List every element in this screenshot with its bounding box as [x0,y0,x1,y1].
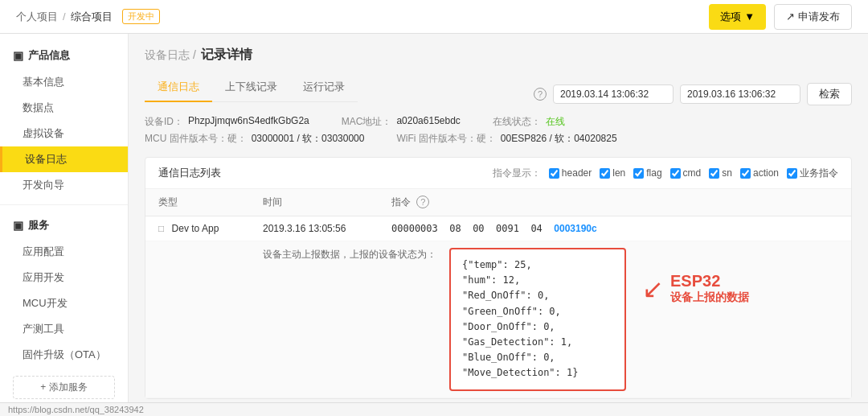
json-box: {"temp": 25, "hum": 12, "Red_OnOff": 0, … [449,248,626,391]
wifi-firmware-value: 00ESP826 / 软：04020825 [501,132,617,146]
online-status-label: 在线状态： [493,115,541,129]
annotation-container: ↙ ESP32 设备上报的数据 [642,272,749,305]
top-bar: 个人项目 / 综合项目 开发中 选项 ▼ ↗ 申请发布 [0,0,868,34]
device-info: 设备ID： PhzpJjmqw6nS4edfkGbG2a MAC地址： a020… [145,115,852,146]
row-time: 2019.3.16 13:05:56 [250,216,379,241]
breadcrumb-sep: / [63,10,66,23]
sidebar-item-app-dev[interactable]: 应用开发 [0,265,128,290]
device-id-value: PhzpJjmqw6nS4edfkGbG2a [188,115,309,129]
sidebar-item-app-config[interactable]: 应用配置 [0,239,128,265]
mcu-firmware-item: MCU 固件版本号：硬： 03000001 / 软：03030000 [145,132,364,146]
wifi-firmware-label: WiFi 固件版本号：硬： [396,132,495,146]
project-status-badge: 开发中 [122,9,160,24]
sidebar-item-data-points[interactable]: 数据点 [0,95,128,121]
cmd-help-icon[interactable]: ? [416,196,429,208]
date-from-input[interactable] [553,84,674,104]
col-cmd-header: 指令 ? [379,189,851,216]
annotation-subtitle: 设备上报的数据 [670,290,749,305]
filter-checkboxes: 指令显示： header len flag c [493,167,838,180]
tab-communication-log[interactable]: 通信日志 [145,73,212,102]
sub-row: 设备主动上报数据，上报的设备状态为： {"temp": 25, "hum": 1… [145,241,851,398]
row-cmd: 00000003 08 00 0091 04 0003190c [379,216,851,241]
sidebar-item-firmware-ota[interactable]: 固件升级（OTA） [0,342,128,368]
publish-icon: ↗ [786,10,795,23]
service-section-icon: ▣ [13,219,23,232]
json-line-blue: "Blue_OnOff": 0, [462,350,613,365]
date-to-input[interactable] [680,84,800,104]
device-info-row-1: 设备ID： PhzpJjmqw6nS4edfkGbG2a MAC地址： a020… [145,115,852,129]
page-current-title: 记录详情 [201,47,252,64]
col-time-header: 时间 [250,189,379,216]
device-id-item: 设备ID： PhzpJjmqw6nS4edfkGbG2a [145,115,309,129]
col-type-header: 类型 [145,189,250,216]
sidebar-item-virtual-device[interactable]: 虚拟设备 [0,121,128,146]
log-table-header: 类型 时间 指令 ? [145,189,851,216]
mac-label: MAC地址： [342,115,392,129]
log-table: 类型 时间 指令 ? □ Dev to App [145,189,851,398]
select-button[interactable]: 选项 ▼ [709,4,766,30]
log-section: 通信日志列表 指令显示： header len flag [145,157,852,399]
search-button[interactable]: 检索 [807,83,852,105]
device-info-row-2: MCU 固件版本号：硬： 03000001 / 软：03030000 WiFi … [145,132,852,146]
annotation-title: ESP32 [670,272,749,290]
sidebar-section-product: ▣ 产品信息 [0,42,128,69]
json-line-green: "Green_OnOff": 0, [462,304,613,319]
sidebar-item-mcu-dev[interactable]: MCU开发 [0,290,128,316]
product-section-icon: ▣ [13,49,23,62]
sidebar-item-device-log[interactable]: 设备日志 [0,146,128,172]
checkbox-flag[interactable]: flag [633,167,661,179]
top-actions: 选项 ▼ ↗ 申请发布 [709,4,852,30]
page-breadcrumb: 设备日志 / [145,48,196,63]
breadcrumb-item-personal[interactable]: 个人项目 [16,10,58,24]
online-status-value: 在线 [546,115,565,129]
help-icon[interactable]: ? [534,88,547,101]
cmd-hex: 00000003 08 00 0091 04 [391,223,554,234]
main-content: 设备日志 / 记录详情 通信日志 上下线记录 运行记录 ? 检索 设备ID： [129,34,868,416]
breadcrumb: 个人项目 / 综合项目 开发中 [16,9,160,24]
json-line-hum: "hum": 12, [462,273,613,288]
cmd-highlight: 0003190c [554,223,596,234]
expand-icon[interactable]: □ [158,223,164,234]
annotation-text-container: ESP32 设备上报的数据 [670,272,749,305]
row-type: □ Dev to App [145,216,250,241]
sidebar-divider-1 [0,204,128,205]
tab-run-log[interactable]: 运行记录 [290,73,358,102]
sub-label: 设备主动上报数据，上报的设备状态为： [263,248,436,262]
checkbox-len[interactable]: len [600,167,625,179]
add-service-button[interactable]: + 添加服务 [13,376,115,399]
checkbox-cmd[interactable]: cmd [670,167,702,179]
sidebar-item-basic-info[interactable]: 基本信息 [0,69,128,95]
json-line-move: "Move_Detection": 1} [462,365,613,381]
mac-item: MAC地址： a020a615ebdc [342,115,461,129]
page-header: 设备日志 / 记录详情 [145,47,852,64]
table-row: □ Dev to App 2019.3.16 13:05:56 00000003… [145,216,851,241]
json-line-red: "Red_OnOff": 0, [462,288,613,303]
log-section-title: 通信日志列表 [158,166,221,180]
annotation: ↙ ESP32 设备上报的数据 [642,272,749,305]
checkbox-action[interactable]: action [740,167,779,179]
json-line-gas: "Gas_Detection": 1, [462,335,613,350]
layout: ▣ 产品信息 基本信息 数据点 虚拟设备 设备日志 开发向导 ▣ 服务 应用配置… [0,34,868,416]
sidebar: ▣ 产品信息 基本信息 数据点 虚拟设备 设备日志 开发向导 ▣ 服务 应用配置… [0,34,129,416]
checkbox-sn[interactable]: sn [709,167,732,179]
filter-label: 指令显示： [493,167,541,180]
filter-row: ? 检索 [534,83,852,105]
page-title: 设备日志 / 记录详情 [145,47,852,64]
online-status-item: 在线状态： 在线 [493,115,565,129]
checkbox-business[interactable]: 业务指令 [787,167,838,180]
json-line-temp: {"temp": 25, [462,257,613,273]
tab-online-offline[interactable]: 上下线记录 [212,73,290,102]
wifi-firmware-item: WiFi 固件版本号：硬： 00ESP826 / 软：04020825 [396,132,616,146]
chevron-down-icon: ▼ [744,10,755,23]
mcu-firmware-label: MCU 固件版本号：硬： [145,132,247,146]
log-section-header: 通信日志列表 指令显示： header len flag [145,158,851,189]
breadcrumb-item-project: 综合项目 [71,10,113,24]
mcu-firmware-value: 03000001 / 软：03030000 [252,132,365,146]
checkbox-header[interactable]: header [549,167,592,179]
device-id-label: 设备ID： [145,115,183,129]
sidebar-item-test-tools[interactable]: 产测工具 [0,316,128,342]
sidebar-item-dev-guide[interactable]: 开发向导 [0,172,128,198]
publish-button[interactable]: ↗ 申请发布 [774,4,852,30]
arrow-icon: ↙ [642,274,664,304]
sub-content-cell: 设备主动上报数据，上报的设备状态为： {"temp": 25, "hum": 1… [250,241,851,398]
